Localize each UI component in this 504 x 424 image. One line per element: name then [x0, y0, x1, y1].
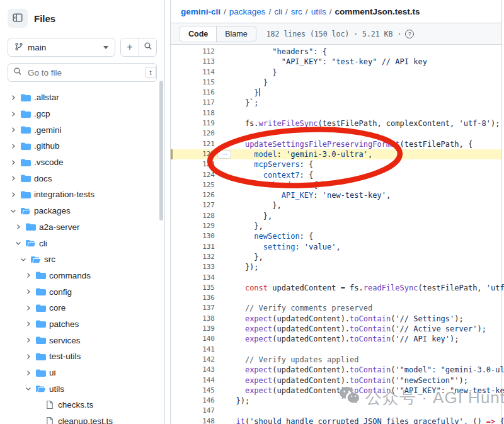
line-number[interactable]: 138	[171, 314, 215, 324]
line-number[interactable]: 115	[171, 77, 215, 88]
line-number[interactable]: 132	[171, 252, 215, 262]
tree-item-label: .allstar	[34, 93, 59, 102]
breadcrumb-segment[interactable]: packages	[229, 7, 266, 16]
line-number[interactable]: 128	[171, 211, 215, 221]
line-number[interactable]: 144	[171, 375, 215, 386]
tree-item-cli[interactable]: cli	[0, 235, 164, 251]
line-number[interactable]: 141	[171, 345, 215, 355]
chevron-right-icon[interactable]	[24, 287, 33, 296]
chevron-right-icon[interactable]	[9, 190, 18, 199]
line-number[interactable]: 139	[171, 324, 215, 334]
tree-item-dot-gemini[interactable]: .gemini	[0, 122, 164, 138]
tree-item-test-utils[interactable]: test-utils	[0, 348, 164, 365]
chevron-right-icon[interactable]	[9, 125, 18, 134]
line-number[interactable]: 122	[171, 149, 215, 159]
branch-selector[interactable]: main	[8, 38, 115, 57]
chevron-down-icon[interactable]	[14, 239, 23, 248]
chevron-right-icon[interactable]	[9, 142, 18, 151]
tab-blame[interactable]: Blame	[217, 26, 255, 42]
sidebar-scrollbar-thumb[interactable]	[159, 81, 163, 221]
line-number[interactable]: 145	[171, 386, 215, 396]
line-number[interactable]: 133	[171, 262, 215, 272]
tree-item-label: commands	[49, 271, 91, 280]
line-number[interactable]: 124	[171, 170, 215, 180]
line-number[interactable]: 131	[171, 242, 215, 252]
line-number[interactable]: 146	[171, 396, 215, 406]
chevron-right-icon[interactable]	[24, 369, 33, 377]
tree-item-utils[interactable]: utils	[0, 381, 164, 397]
tree-item-services[interactable]: services	[0, 332, 164, 348]
tree-item-src[interactable]: src	[0, 251, 164, 268]
line-number[interactable]: 148	[171, 416, 215, 424]
chevron-right-icon[interactable]	[24, 271, 33, 280]
line-number[interactable]: 125	[171, 180, 215, 190]
line-number[interactable]: 120	[171, 129, 215, 139]
breadcrumb-repo[interactable]: gemini-cli	[181, 7, 220, 16]
chevron-right-icon[interactable]	[24, 304, 33, 312]
line-actions-ellipsis-button[interactable]: ···	[217, 150, 231, 159]
line-number[interactable]: 121	[171, 139, 215, 149]
line-number[interactable]: 134	[171, 273, 215, 283]
add-file-button[interactable]: +	[121, 38, 139, 56]
line-number[interactable]: 142	[171, 355, 215, 365]
chevron-right-icon[interactable]	[14, 222, 23, 231]
tree-item-packages[interactable]: packages	[0, 203, 164, 219]
tree-item-label: cleanup.test.ts	[58, 416, 113, 424]
breadcrumb-segment[interactable]: utils	[311, 7, 326, 16]
tree-item-dot-github[interactable]: .github	[0, 138, 164, 154]
line-number[interactable]: 137	[171, 303, 215, 313]
tree-item-dot-vscode[interactable]: .vscode	[0, 154, 164, 171]
chevron-right-icon[interactable]	[9, 110, 18, 118]
breadcrumb-separator: /	[329, 7, 332, 16]
search-button[interactable]	[139, 38, 156, 56]
code-text: },	[227, 252, 263, 262]
line-number[interactable]: 123	[171, 159, 215, 169]
code-line-125: 125 headers: {	[171, 180, 501, 190]
line-number[interactable]: 116	[171, 88, 215, 98]
chevron-down-icon[interactable]	[19, 255, 28, 264]
tree-item-patches[interactable]: patches	[0, 316, 164, 333]
chevron-right-icon[interactable]	[9, 93, 18, 102]
line-number[interactable]: 135	[171, 283, 215, 293]
breadcrumb-segment[interactable]: cli	[274, 7, 282, 16]
line-number[interactable]: 126	[171, 190, 215, 200]
line-number[interactable]: 114	[171, 67, 215, 77]
chevron-right-icon[interactable]	[9, 158, 18, 167]
tree-item-integration-tests[interactable]: integration-tests	[0, 186, 164, 203]
line-number[interactable]: 130	[171, 231, 215, 241]
file-info-icon[interactable]: ?	[405, 30, 414, 38]
chevron-right-icon[interactable]	[24, 352, 33, 361]
tree-item-dot-allstar[interactable]: .allstar	[0, 89, 164, 106]
chevron-right-icon[interactable]	[24, 319, 33, 328]
collapse-sidebar-button[interactable]	[8, 9, 28, 28]
chevron-down-icon[interactable]	[9, 207, 18, 215]
line-number[interactable]: 113	[171, 57, 215, 67]
line-number[interactable]: 140	[171, 334, 215, 344]
line-number[interactable]: 119	[171, 118, 215, 129]
chevron-down-icon[interactable]	[24, 384, 33, 393]
line-number[interactable]: 117	[171, 98, 215, 108]
tree-item-core[interactable]: core	[0, 300, 164, 316]
breadcrumb-segment[interactable]: src	[291, 7, 302, 16]
tree-item-a2a-server[interactable]: a2a-server	[0, 219, 164, 236]
tree-item-docs[interactable]: docs	[0, 170, 164, 186]
line-number[interactable]: 147	[171, 406, 215, 416]
chevron-right-icon[interactable]	[9, 174, 18, 183]
file-toolbar: Code Blame 182 lines (150 loc) · 5.21 KB…	[171, 23, 501, 45]
chevron-right-icon[interactable]	[24, 336, 33, 345]
tab-code[interactable]: Code	[180, 26, 217, 42]
line-number[interactable]: 136	[171, 293, 215, 303]
code-line-148: 148 it('should handle corrupted JSON fil…	[171, 416, 501, 424]
line-number[interactable]: 118	[171, 108, 215, 118]
tree-item-config[interactable]: config	[0, 284, 164, 300]
line-number[interactable]: 143	[171, 365, 215, 375]
tree-item-cleanup.test.ts[interactable]: cleanup.test.ts	[0, 413, 164, 424]
go-to-file-input[interactable]	[26, 67, 140, 78]
line-number[interactable]: 112	[171, 47, 215, 57]
line-number[interactable]: 129	[171, 221, 215, 231]
tree-item-ui[interactable]: ui	[0, 365, 164, 381]
tree-item-commands[interactable]: commands	[0, 268, 164, 284]
tree-item-dot-gcp[interactable]: .gcp	[0, 106, 164, 122]
line-number[interactable]: 127	[171, 200, 215, 210]
tree-item-checks.ts[interactable]: checks.ts	[0, 397, 164, 413]
